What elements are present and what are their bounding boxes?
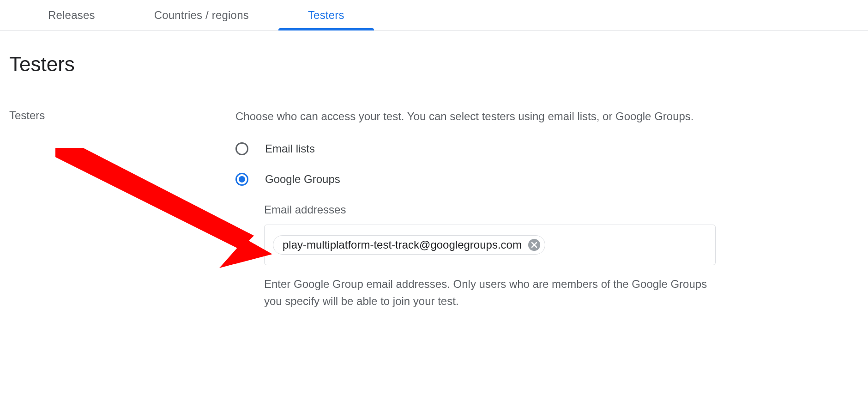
radio-google-groups-label: Google Groups [265,173,340,186]
testers-section: Testers Choose who can access your test.… [9,108,868,310]
section-label: Testers [9,108,235,122]
radio-email-lists-label: Email lists [265,142,315,155]
email-chip-text: play-multiplatform-test-track@googlegrou… [283,238,522,251]
email-addresses-label: Email addresses [264,203,716,216]
close-icon [531,242,537,248]
tabs-bar: Releases Countries / regions Testers [0,0,868,30]
section-description: Choose who can access your test. You can… [235,108,716,125]
radio-email-lists[interactable]: Email lists [235,142,716,155]
tab-testers[interactable]: Testers [278,0,374,30]
tab-releases[interactable]: Releases [18,0,125,30]
radio-unchecked-icon [235,142,248,155]
email-chip: play-multiplatform-test-track@googlegrou… [273,235,545,255]
radio-checked-icon [235,173,248,186]
radio-google-groups[interactable]: Google Groups [235,173,716,186]
tab-countries-regions[interactable]: Countries / regions [125,0,278,30]
page-title: Testers [9,53,868,76]
email-addresses-input[interactable]: play-multiplatform-test-track@googlegrou… [264,225,716,265]
email-addresses-helper: Enter Google Group email addresses. Only… [264,275,716,310]
remove-chip-button[interactable] [528,239,540,251]
